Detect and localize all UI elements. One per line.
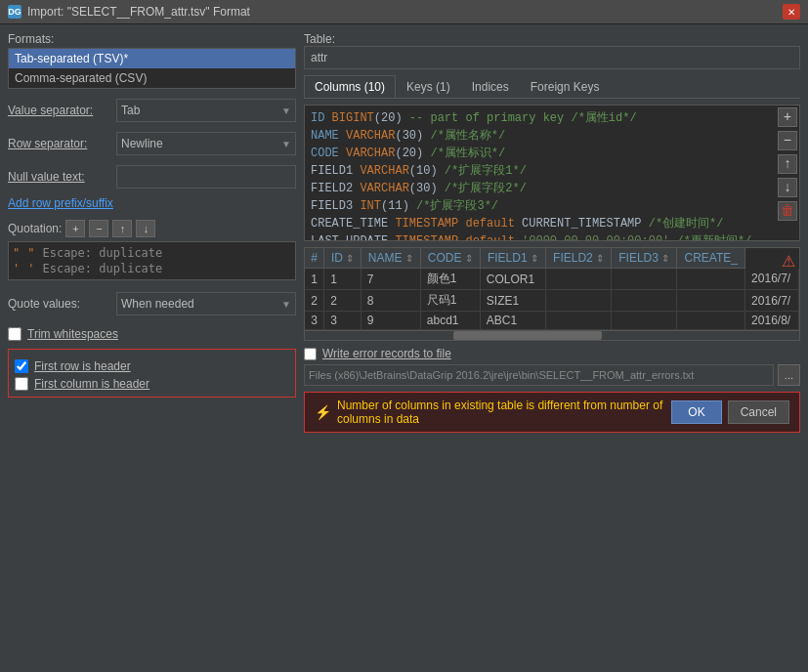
formats-label: Formats:: [8, 32, 296, 46]
tab-keys[interactable]: Keys (1): [396, 75, 461, 98]
error-message: Number of columns in existing table is d…: [337, 399, 663, 426]
sql-remove-btn[interactable]: −: [778, 131, 797, 150]
cell-id-2: 2: [324, 290, 361, 312]
table-row: 2 2 8 尺码1 SIZE1 2016/7/: [305, 290, 799, 312]
app-icon: DG: [8, 5, 21, 19]
sql-line-3: CODE VARCHAR(20) /*属性标识*/: [311, 145, 793, 162]
cell-f3-3: [677, 312, 745, 330]
sql-down-btn[interactable]: ↓: [778, 178, 797, 197]
table-name-input[interactable]: [304, 46, 800, 69]
cell-code-2: SIZE1: [480, 290, 545, 312]
tab-columns[interactable]: Columns (10): [304, 75, 396, 98]
tab-foreign-keys[interactable]: Foreign Keys: [520, 75, 611, 98]
data-table: # ID ⇕ NAME ⇕ CODE ⇕ FIELD1 ⇕ FIELD2 ⇕ F…: [305, 248, 799, 330]
error-file-input[interactable]: [304, 364, 774, 386]
sql-line-2: NAME VARCHAR(30) /*属性名称*/: [311, 127, 793, 145]
quotation-label: Quotation:: [8, 222, 62, 235]
cell-id-3: 3: [324, 312, 361, 330]
cell-f1-3: [546, 312, 612, 330]
col-field1: FIELD1 ⇕: [480, 248, 545, 269]
add-row-prefix-link[interactable]: Add row prefix/suffix: [8, 196, 296, 210]
sql-editor[interactable]: + − ↑ ↓ 🗑 ID BIGINT(20) -- part of prima…: [304, 105, 800, 241]
table-label: Table:: [304, 32, 800, 46]
row-separator-combo[interactable]: Newline ▼: [116, 132, 296, 155]
sql-line-8: LAST_UPDATE TIMESTAMP default '0000-00-0…: [311, 232, 793, 241]
table-row: 3 3 9 abcd1 ABC1 2016/8/: [305, 312, 799, 330]
cell-id-val-2: 8: [361, 290, 420, 312]
sql-line-5: FIELD2 VARCHAR(30) /*扩展字段2*/: [311, 180, 793, 197]
sql-line-7: CREATE_TIME TIMESTAMP default CURRENT_TI…: [311, 215, 793, 232]
close-button[interactable]: ✕: [783, 4, 800, 20]
format-tsv[interactable]: Tab-separated (TSV)*: [9, 49, 295, 68]
cell-code-1: COLOR1: [480, 269, 545, 290]
dialog-title: Import: "SELECT__FROM_attr.tsv" Format: [27, 5, 250, 19]
cell-code-3: ABC1: [480, 312, 545, 330]
left-panel: Formats: Tab-separated (TSV)* Comma-sepa…: [8, 32, 296, 665]
sql-line-6: FIELD3 INT(11) /*扩展字段3*/: [311, 197, 793, 215]
quotation-add-btn[interactable]: +: [65, 220, 85, 237]
col-field2: FIELD2 ⇕: [546, 248, 612, 269]
sql-line-4: FIELD1 VARCHAR(10) /*扩展字段1*/: [311, 162, 793, 180]
bottom-section: Write error records to file ...: [304, 347, 800, 386]
tabs-bar: Columns (10) Keys (1) Indices Foreign Ke…: [304, 75, 800, 99]
ok-button[interactable]: OK: [671, 400, 721, 424]
formats-list: Tab-separated (TSV)* Comma-separated (CS…: [8, 48, 296, 89]
first-row-header-checkbox[interactable]: [15, 359, 28, 373]
col-name: NAME ⇕: [361, 248, 420, 269]
cell-name-2: 尺码1: [420, 290, 480, 312]
cell-id-val-3: 9: [361, 312, 420, 330]
quote-values-arrow: ▼: [281, 299, 291, 310]
scrollbar-thumb: [453, 331, 602, 340]
error-text: ⚡ Number of columns in existing table is…: [315, 399, 663, 426]
warning-icon: ⚠: [782, 252, 795, 271]
value-separator-combo[interactable]: Tab ▼: [116, 99, 296, 122]
cell-create-2: 2016/7/: [745, 290, 799, 312]
col-code: CODE ⇕: [420, 248, 480, 269]
cell-create-1: 2016/7/: [745, 269, 799, 290]
quotation-down-btn[interactable]: ↓: [136, 220, 155, 237]
quotation-remove-btn[interactable]: −: [89, 220, 108, 237]
cell-id-1: 1: [324, 269, 361, 290]
write-error-checkbox[interactable]: [304, 348, 317, 360]
header-checkboxes-section: First row is header First column is head…: [8, 349, 296, 398]
sql-add-btn[interactable]: +: [778, 107, 797, 127]
horizontal-scrollbar[interactable]: [305, 330, 799, 340]
cell-f2-3: [612, 312, 677, 330]
table-header-row: # ID ⇕ NAME ⇕ CODE ⇕ FIELD1 ⇕ FIELD2 ⇕ F…: [305, 248, 799, 269]
first-column-header-checkbox[interactable]: [15, 377, 28, 391]
value-separator-label: Value separator:: [8, 104, 110, 117]
cell-f2-2: [612, 290, 677, 312]
cell-f3-1: [677, 269, 745, 290]
first-column-header-label: First column is header: [34, 377, 149, 391]
sql-up-btn[interactable]: ↑: [778, 154, 797, 174]
cell-f1-2: [546, 290, 612, 312]
table-row: 1 1 7 颜色1 COLOR1 2016/7/: [305, 269, 799, 290]
quote-values-combo[interactable]: When needed ▼: [116, 292, 296, 315]
row-num-3: 3: [305, 312, 324, 330]
cell-f1-1: [546, 269, 612, 290]
browse-button[interactable]: ...: [778, 364, 800, 386]
quotation-rows: " " Escape: duplicate ' ' Escape: duplic…: [8, 241, 296, 280]
cell-name-3: abcd1: [420, 312, 480, 330]
dialog-buttons: OK Cancel: [671, 400, 789, 424]
row-separator-arrow: ▼: [281, 139, 291, 149]
tab-indices[interactable]: Indices: [461, 75, 520, 98]
col-id: ID ⇕: [324, 248, 361, 269]
col-hash: #: [305, 248, 324, 269]
row-separator-label: Row separator:: [8, 137, 110, 150]
cancel-button[interactable]: Cancel: [728, 400, 789, 424]
value-separator-arrow: ▼: [281, 105, 291, 116]
write-error-label: Write error records to file: [322, 347, 451, 360]
trim-whitespaces-checkbox[interactable]: [8, 327, 21, 341]
error-banner: ⚡ Number of columns in existing table is…: [304, 392, 800, 433]
data-table-container: ⚠ # ID ⇕ NAME ⇕ CODE ⇕ FIELD1 ⇕ FIELD2 ⇕…: [304, 247, 800, 341]
format-csv[interactable]: Comma-separated (CSV): [9, 68, 295, 88]
null-value-label: Null value text:: [8, 170, 110, 184]
quote-values-label: Quote values:: [8, 297, 110, 311]
quote-row-0: " " Escape: duplicate: [13, 245, 291, 261]
trim-whitespaces-label: Trim whitespaces: [27, 327, 118, 341]
quotation-up-btn[interactable]: ↑: [112, 220, 132, 237]
null-value-input[interactable]: [116, 165, 296, 189]
sql-delete-btn[interactable]: 🗑: [778, 201, 797, 221]
cell-id-val-1: 7: [361, 269, 420, 290]
